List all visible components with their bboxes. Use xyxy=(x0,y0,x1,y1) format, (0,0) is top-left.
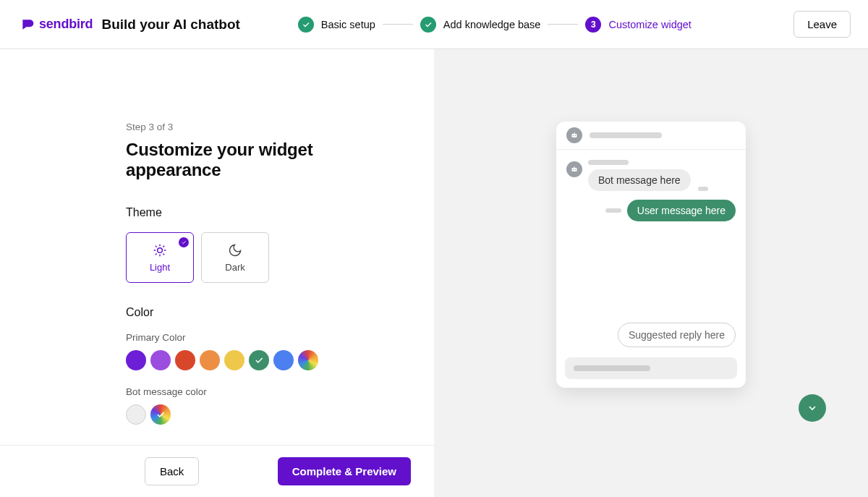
step-label: Customize widget xyxy=(608,19,691,30)
check-icon xyxy=(254,355,264,365)
step-knowledge-base[interactable]: Add knowledge base xyxy=(420,17,541,33)
svg-point-6 xyxy=(575,169,576,170)
bot-avatar-icon xyxy=(566,161,582,177)
primary-color-swatches xyxy=(126,350,405,370)
step-separator xyxy=(548,24,578,25)
placeholder-line xyxy=(698,187,708,191)
stepper: Basic setup Add knowledge base 3 Customi… xyxy=(298,17,692,33)
primary-color-swatch-eec84a[interactable] xyxy=(224,350,244,370)
bot-color-label: Bot message color xyxy=(126,386,405,397)
check-icon xyxy=(420,17,436,33)
suggested-reply-chip[interactable]: Suggested reply here xyxy=(618,323,736,347)
check-icon xyxy=(156,409,166,420)
svg-rect-1 xyxy=(572,134,577,137)
complete-preview-button[interactable]: Complete & Preview xyxy=(278,457,411,485)
theme-option-light[interactable]: Light xyxy=(126,232,194,283)
primary-color-swatch-3c8f6a[interactable] xyxy=(249,350,269,370)
brand-name: sendbird xyxy=(39,17,93,32)
widget-header xyxy=(556,122,746,150)
primary-color-swatch-6c1fd6[interactable] xyxy=(126,350,146,370)
header: sendbird Build your AI chatbot Basic set… xyxy=(0,0,868,49)
step-progress-text: Step 3 of 3 xyxy=(126,122,405,132)
moon-icon xyxy=(228,243,242,258)
preview-panel: Bot message here User message here Sugge… xyxy=(434,49,868,497)
step-customize-widget[interactable]: 3 Customize widget xyxy=(585,17,691,33)
bot-avatar-icon xyxy=(566,127,582,143)
leave-button[interactable]: Leave xyxy=(793,11,851,38)
primary-color-swatch-ec8f45[interactable] xyxy=(200,350,220,370)
user-message-bubble: User message here xyxy=(627,200,736,221)
bot-message-block: Bot message here xyxy=(566,160,736,191)
footer: Back Complete & Preview xyxy=(0,445,434,497)
step-label: Basic setup xyxy=(321,19,375,30)
color-label: Color xyxy=(126,306,405,319)
selected-badge-icon xyxy=(179,237,189,247)
primary-color-swatch-4c7ff0[interactable] xyxy=(273,350,294,370)
page-title: Build your AI chatbot xyxy=(101,17,239,33)
step-separator xyxy=(383,24,413,25)
primary-color-label: Primary Color xyxy=(126,332,405,343)
placeholder-line xyxy=(605,208,621,213)
step-basic-setup[interactable]: Basic setup xyxy=(298,17,375,33)
theme-option-dark[interactable]: Dark xyxy=(201,232,269,283)
svg-point-5 xyxy=(573,169,574,170)
bot-color-swatch-eeeeee[interactable] xyxy=(126,404,146,425)
user-message-block: User message here xyxy=(566,200,736,221)
theme-option-label: Light xyxy=(150,262,170,273)
primary-color-swatch-d9472b[interactable] xyxy=(175,350,195,370)
brand-logo-icon xyxy=(20,17,35,32)
placeholder-line xyxy=(588,160,629,165)
step-label: Add knowledge base xyxy=(443,19,541,30)
theme-options: Light Dark xyxy=(126,232,405,283)
placeholder-line xyxy=(590,132,662,138)
theme-option-label: Dark xyxy=(225,262,244,273)
back-button[interactable]: Back xyxy=(145,457,199,485)
bot-color-swatch-custom[interactable] xyxy=(150,404,171,425)
widget-input[interactable] xyxy=(565,357,737,379)
bot-message-bubble: Bot message here xyxy=(588,169,691,191)
svg-rect-4 xyxy=(572,168,577,171)
theme-label: Theme xyxy=(126,206,405,219)
widget-toggle-fab[interactable] xyxy=(799,394,826,422)
bot-color-swatches xyxy=(126,404,405,425)
svg-point-3 xyxy=(575,135,576,136)
placeholder-line xyxy=(574,365,650,371)
heading: Customize your widget appearance xyxy=(126,140,405,180)
brand: sendbird xyxy=(20,17,93,32)
sun-icon xyxy=(153,243,167,258)
main: Step 3 of 3 Customize your widget appear… xyxy=(0,49,868,497)
config-panel: Step 3 of 3 Customize your widget appear… xyxy=(0,49,434,497)
primary-color-swatch-9b4de0[interactable] xyxy=(150,350,171,370)
primary-color-swatch-custom[interactable] xyxy=(298,350,318,370)
svg-point-2 xyxy=(573,135,574,136)
svg-point-0 xyxy=(158,247,163,252)
chevron-down-icon xyxy=(807,402,818,414)
widget-body: Bot message here User message here Sugge… xyxy=(556,150,746,357)
step-number-badge: 3 xyxy=(585,17,601,33)
check-icon xyxy=(298,17,314,33)
widget-preview: Bot message here User message here Sugge… xyxy=(556,122,746,388)
